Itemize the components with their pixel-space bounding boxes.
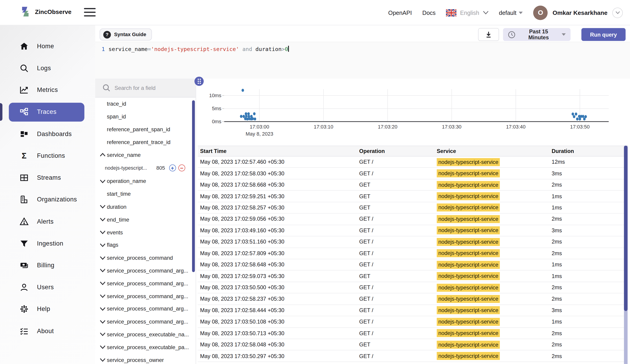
chevron-down-icon[interactable] bbox=[99, 320, 106, 324]
cell-start-time: May 08, 2023 17:02:59.251 +05:30 bbox=[198, 193, 357, 199]
menu-toggle-icon[interactable] bbox=[84, 8, 96, 17]
chevron-down-icon[interactable] bbox=[99, 294, 106, 298]
sidebar-item-organizations[interactable]: Organizations bbox=[0, 189, 95, 210]
user-menu[interactable]: O Omkar Kesarkhane bbox=[533, 5, 623, 20]
field-item[interactable]: span_id bbox=[95, 110, 193, 123]
field-item[interactable]: reference_parent_span_id bbox=[95, 123, 193, 136]
field-item[interactable]: reference_parent_trace_id bbox=[95, 136, 193, 149]
table-row[interactable]: May 08, 2023 17:02:57.809 +05:30GET /nod… bbox=[198, 248, 624, 259]
table-row[interactable]: May 08, 2023 17:02:59.251 +05:30GETnodej… bbox=[198, 191, 624, 202]
chevron-down-icon[interactable] bbox=[99, 230, 106, 235]
table-row[interactable]: May 08, 2023 17:03:50.108 +05:30GET /nod… bbox=[198, 316, 624, 328]
chevron-down-icon[interactable] bbox=[99, 307, 106, 311]
table-row[interactable]: May 08, 2023 17:03:51.160 +05:30GET /nod… bbox=[198, 236, 624, 248]
table-row[interactable]: May 08, 2023 17:03:50.713 +05:30GET /nod… bbox=[198, 328, 624, 339]
table-row[interactable]: May 08, 2023 17:02:59.073 +05:30GETnodej… bbox=[198, 271, 624, 282]
time-range-selector[interactable]: Past 15 Minutes bbox=[503, 28, 570, 41]
duration-scatter-chart[interactable]: 17:03:0017:03:1017:03:2017:03:3017:03:40… bbox=[198, 79, 630, 146]
column-header-duration: Duration bbox=[549, 148, 624, 154]
table-row[interactable]: May 08, 2023 17:03:50.297 +05:30GET /nod… bbox=[198, 351, 624, 362]
table-scrollbar-thumb[interactable] bbox=[624, 146, 628, 311]
chevron-down-icon[interactable] bbox=[99, 333, 106, 337]
chevron-up-icon[interactable] bbox=[99, 153, 106, 157]
field-item[interactable]: operation_name bbox=[95, 175, 193, 188]
table-row[interactable]: May 08, 2023 17:02:58.257 +05:30GETnodej… bbox=[198, 202, 624, 213]
chevron-down-icon[interactable] bbox=[99, 345, 106, 349]
cell-operation: GET / bbox=[357, 262, 434, 268]
field-item[interactable]: service_process_command bbox=[95, 251, 193, 264]
download-button[interactable] bbox=[478, 28, 499, 41]
user-menu-caret-icon[interactable] bbox=[612, 7, 623, 18]
sidebar-item-logs[interactable]: Logs bbox=[0, 57, 95, 79]
chevron-down-icon[interactable] bbox=[99, 243, 106, 247]
table-row[interactable]: May 08, 2023 17:02:58.048 +05:30GETnodej… bbox=[198, 339, 624, 351]
table-row[interactable]: May 08, 2023 17:03:50.500 +05:30GET /nod… bbox=[198, 282, 624, 294]
field-item[interactable]: service_process_command_arg... bbox=[95, 264, 193, 277]
field-item[interactable]: flags bbox=[95, 239, 193, 251]
chevron-down-icon[interactable] bbox=[99, 218, 106, 222]
chevron-down-icon[interactable] bbox=[99, 179, 106, 183]
sidebar-item-metrics[interactable]: Metrics bbox=[0, 79, 95, 101]
table-row[interactable]: May 08, 2023 17:02:58.648 +05:30GET /nod… bbox=[198, 259, 624, 271]
table-scrollbar[interactable] bbox=[624, 146, 628, 364]
table-row[interactable]: May 08, 2023 17:02:58.030 +05:30GET /nod… bbox=[198, 168, 624, 179]
chevron-down-icon[interactable] bbox=[99, 269, 106, 273]
sidebar-item-dashboards[interactable]: Dashboards bbox=[0, 123, 95, 145]
sidebar-item-functions[interactable]: ΣFunctions bbox=[0, 145, 95, 167]
table-row[interactable]: May 08, 2023 17:02:58.237 +05:30GET /nod… bbox=[198, 293, 624, 305]
openapi-link[interactable]: OpenAPI bbox=[388, 9, 412, 16]
field-item[interactable]: trace_id bbox=[95, 97, 193, 110]
field-item[interactable]: service_process_command_arg... bbox=[95, 315, 193, 328]
docs-link[interactable]: Docs bbox=[422, 9, 436, 16]
svg-text:5ms: 5ms bbox=[212, 106, 221, 111]
chevron-down-icon[interactable] bbox=[99, 205, 106, 209]
brand[interactable]: ZincObserve bbox=[19, 6, 72, 18]
field-item[interactable]: events bbox=[95, 226, 193, 239]
field-item[interactable]: service_process_executable_na... bbox=[95, 328, 193, 341]
sidebar-item-streams[interactable]: Streams bbox=[0, 167, 95, 189]
cell-start-time: May 08, 2023 17:02:58.257 +05:30 bbox=[198, 205, 357, 210]
field-item[interactable]: end_time bbox=[95, 213, 193, 226]
query-editor[interactable]: 1 service_name='nodejs-typescript-servic… bbox=[95, 42, 630, 79]
field-search-input[interactable] bbox=[114, 79, 191, 97]
include-filter-button[interactable]: + bbox=[169, 165, 176, 172]
field-item[interactable]: service_process_command_arg... bbox=[95, 303, 193, 315]
sidebar-item-users[interactable]: Users bbox=[0, 276, 95, 298]
fields-panel: trace_idspan_idreference_parent_span_idr… bbox=[95, 79, 196, 364]
table-row[interactable]: May 08, 2023 17:03:49.160 +05:30GET /nod… bbox=[198, 225, 624, 236]
field-value-row: nodejs-typescript...805+− bbox=[95, 162, 193, 175]
cell-operation: GET / bbox=[357, 353, 434, 359]
exclude-filter-button[interactable]: − bbox=[178, 165, 185, 172]
search-icon bbox=[102, 83, 111, 92]
table-row[interactable]: May 08, 2023 17:02:57.460 +05:30GET /nod… bbox=[198, 156, 624, 168]
caret-down-icon bbox=[519, 11, 523, 14]
table-row[interactable]: May 08, 2023 17:02:59.056 +05:30GET /nod… bbox=[198, 213, 624, 225]
sidebar-item-alerts[interactable]: Alerts bbox=[0, 210, 95, 232]
cell-start-time: May 08, 2023 17:02:59.073 +05:30 bbox=[198, 273, 357, 279]
field-item[interactable]: service_name bbox=[95, 149, 193, 162]
chevron-down-icon[interactable] bbox=[99, 256, 106, 260]
sidebar-item-traces[interactable]: Traces bbox=[9, 103, 84, 121]
sidebar-item-help[interactable]: Help bbox=[0, 298, 95, 320]
chevron-down-icon[interactable] bbox=[99, 358, 106, 362]
table-row[interactable]: May 08, 2023 17:02:58.668 +05:30GETnodej… bbox=[198, 179, 624, 191]
field-item[interactable]: duration bbox=[95, 200, 193, 213]
sidebar-item-billing[interactable]: Billing bbox=[0, 254, 95, 276]
field-item[interactable]: service_process_command_arg... bbox=[95, 290, 193, 303]
language-selector[interactable]: English bbox=[446, 9, 488, 16]
run-query-button[interactable]: Run query bbox=[582, 28, 626, 41]
syntax-guide-button[interactable]: ? Syntax Guide bbox=[100, 28, 152, 41]
field-item[interactable]: service_process_executable_pa... bbox=[95, 341, 193, 354]
field-item[interactable]: service_process_owner bbox=[95, 354, 193, 364]
sidebar-item-home[interactable]: Home bbox=[0, 35, 95, 57]
sidebar-item-ingestion[interactable]: Ingestion bbox=[0, 232, 95, 254]
field-item[interactable]: service_process_command_arg... bbox=[95, 277, 193, 290]
field-item[interactable]: start_time bbox=[95, 188, 193, 200]
chevron-down-icon[interactable] bbox=[99, 281, 106, 286]
query-text[interactable]: service_name='nodejs-typescript-service'… bbox=[108, 46, 289, 52]
sidebar-item-about[interactable]: About bbox=[0, 320, 95, 342]
table-row[interactable]: May 08, 2023 17:02:58.444 +05:30GET /nod… bbox=[198, 305, 624, 316]
panel-drag-handle-icon[interactable] bbox=[194, 77, 204, 86]
organization-selector[interactable]: default bbox=[499, 9, 523, 16]
fields-scrollbar[interactable] bbox=[192, 100, 195, 272]
